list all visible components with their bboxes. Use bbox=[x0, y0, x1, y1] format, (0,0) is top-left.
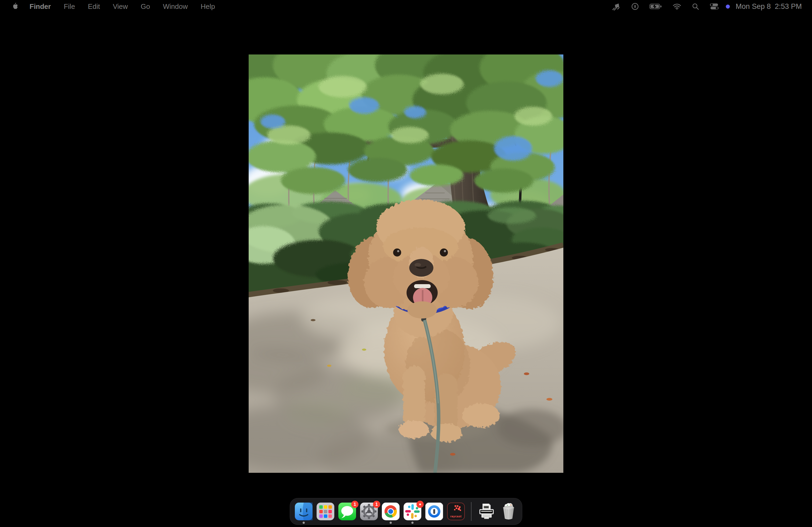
dock-launchpad[interactable] bbox=[317, 502, 334, 520]
printer-icon bbox=[478, 502, 495, 520]
photo-viewer: 10TH TER bbox=[249, 55, 563, 473]
menu-bar: Finder File Edit View Go Window Help bbox=[0, 0, 812, 13]
dock-printer[interactable] bbox=[478, 502, 495, 520]
desktop: Finder File Edit View Go Window Help bbox=[0, 0, 812, 527]
wifi-icon[interactable] bbox=[673, 3, 681, 10]
running-indicator bbox=[411, 522, 414, 524]
spotlight-search-icon[interactable] bbox=[692, 3, 699, 10]
dock-raycast[interactable]: raycast bbox=[447, 502, 465, 520]
dock-trash[interactable] bbox=[499, 502, 517, 520]
finder-icon bbox=[295, 502, 313, 520]
dock-finder[interactable] bbox=[295, 502, 313, 520]
menu-bar-clock[interactable]: Mon Sep 8 2:53 PM bbox=[736, 2, 802, 11]
dock-chrome[interactable] bbox=[382, 502, 400, 520]
menu-view[interactable]: View bbox=[106, 0, 134, 13]
onepassword-menu-icon[interactable] bbox=[631, 3, 639, 10]
focus-indicator-dot[interactable] bbox=[726, 4, 730, 9]
control-center-icon[interactable] bbox=[710, 3, 719, 10]
running-indicator bbox=[303, 522, 305, 524]
menu-edit[interactable]: Edit bbox=[81, 0, 106, 13]
dock-slack[interactable]: • bbox=[404, 502, 421, 520]
menu-finder[interactable]: Finder bbox=[23, 0, 57, 13]
running-indicator bbox=[390, 522, 392, 524]
dock-separator bbox=[471, 502, 472, 521]
notification-badge: 1 bbox=[373, 501, 380, 508]
dock-1password[interactable] bbox=[425, 502, 443, 520]
chrome-icon bbox=[382, 502, 400, 520]
dock: 1 1 bbox=[290, 498, 522, 525]
trash-full-icon bbox=[499, 502, 517, 520]
menu-file[interactable]: File bbox=[57, 0, 81, 13]
apple-menu[interactable] bbox=[11, 2, 19, 11]
menu-go[interactable]: Go bbox=[134, 0, 157, 13]
battery-charging-icon[interactable] bbox=[650, 3, 662, 10]
striped-status-icon[interactable] bbox=[611, 2, 621, 11]
dock-system-settings[interactable]: 1 bbox=[360, 502, 378, 520]
menu-window[interactable]: Window bbox=[157, 0, 194, 13]
tree-canopy bbox=[249, 55, 563, 194]
notification-badge: 1 bbox=[351, 501, 359, 508]
apple-logo-icon bbox=[11, 2, 18, 11]
dock-messages[interactable]: 1 bbox=[338, 502, 356, 520]
onepassword-icon bbox=[425, 502, 443, 520]
menu-bar-status: Mon Sep 8 2:53 PM bbox=[606, 2, 802, 11]
menu-help[interactable]: Help bbox=[194, 0, 221, 13]
raycast-label: raycast bbox=[447, 515, 465, 518]
launchpad-icon bbox=[317, 502, 334, 520]
notification-badge: • bbox=[417, 501, 424, 508]
